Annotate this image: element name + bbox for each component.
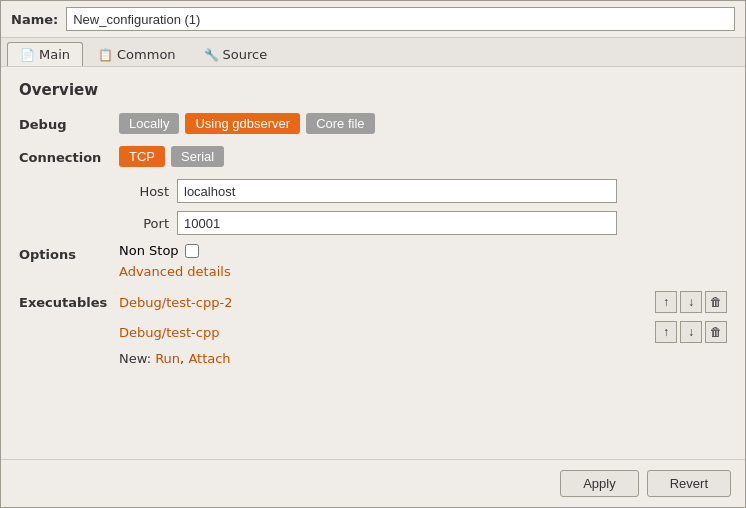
name-label: Name: xyxy=(11,12,58,27)
new-row: New: Run, Attach xyxy=(119,351,727,366)
connection-tcp-button[interactable]: TCP xyxy=(119,146,165,167)
tabs: 📄 Main 📋 Common 🔧 Source xyxy=(1,38,745,67)
executables-row: Executables Debug/test-cpp-2 ↑ ↓ xyxy=(19,291,727,366)
tab-common[interactable]: 📋 Common xyxy=(85,42,189,66)
host-input[interactable] xyxy=(177,179,617,203)
source-tab-icon: 🔧 xyxy=(204,48,219,62)
tab-common-label: Common xyxy=(117,47,176,62)
footer: Apply Revert xyxy=(1,459,745,507)
options-area: Non Stop Advanced details xyxy=(119,243,231,279)
exec-row-1: Debug/test-cpp-2 ↑ ↓ 🗑 xyxy=(119,291,727,313)
tab-main-label: Main xyxy=(39,47,70,62)
connection-controls: TCP Serial xyxy=(119,146,224,167)
connection-serial-button[interactable]: Serial xyxy=(171,146,224,167)
exec1-buttons: ↑ ↓ 🗑 xyxy=(655,291,727,313)
down-arrow-icon: ↓ xyxy=(688,295,694,309)
exec1-left: Debug/test-cpp-2 xyxy=(119,295,655,310)
name-bar: Name: xyxy=(1,1,745,38)
exec2-left: Debug/test-cpp xyxy=(119,325,655,340)
tab-source-label: Source xyxy=(223,47,268,62)
nonstop-checkbox[interactable] xyxy=(185,244,199,258)
options-label: Options xyxy=(19,243,119,262)
exec1-link[interactable]: Debug/test-cpp-2 xyxy=(119,295,232,310)
revert-button[interactable]: Revert xyxy=(647,470,731,497)
debug-row: Debug Locally Using gdbserver Core file xyxy=(19,113,727,134)
main-content: Overview Debug Locally Using gdbserver C… xyxy=(1,67,745,459)
exec1-delete-button[interactable]: 🗑 xyxy=(705,291,727,313)
section-title: Overview xyxy=(19,81,727,99)
dialog: Name: 📄 Main 📋 Common 🔧 Source Overview … xyxy=(0,0,746,508)
exec2-buttons: ↑ ↓ 🗑 xyxy=(655,321,727,343)
debug-locally-button[interactable]: Locally xyxy=(119,113,179,134)
down-arrow-icon-2: ↓ xyxy=(688,325,694,339)
delete-icon-2: 🗑 xyxy=(710,325,722,339)
executables-label: Executables xyxy=(19,291,119,310)
common-tab-icon: 📋 xyxy=(98,48,113,62)
exec-row-2: Debug/test-cpp ↑ ↓ 🗑 xyxy=(119,321,727,343)
run-link[interactable]: Run xyxy=(155,351,180,366)
up-arrow-icon: ↑ xyxy=(663,295,669,309)
new-label: New: xyxy=(119,351,151,366)
nonstop-row: Non Stop xyxy=(119,243,231,258)
exec2-link[interactable]: Debug/test-cpp xyxy=(119,325,219,340)
name-input[interactable] xyxy=(66,7,735,31)
attach-link[interactable]: Attach xyxy=(188,351,230,366)
exec1-up-button[interactable]: ↑ xyxy=(655,291,677,313)
tab-source[interactable]: 🔧 Source xyxy=(191,42,281,66)
debug-gdbserver-button[interactable]: Using gdbserver xyxy=(185,113,300,134)
port-label: Port xyxy=(119,216,169,231)
advanced-details-link[interactable]: Advanced details xyxy=(119,264,231,279)
sub-form: Host Port xyxy=(119,179,727,235)
nonstop-label: Non Stop xyxy=(119,243,179,258)
debug-corefile-button[interactable]: Core file xyxy=(306,113,374,134)
port-input[interactable] xyxy=(177,211,617,235)
host-label: Host xyxy=(119,184,169,199)
exec2-delete-button[interactable]: 🗑 xyxy=(705,321,727,343)
port-row: Port xyxy=(119,211,727,235)
exec2-up-button[interactable]: ↑ xyxy=(655,321,677,343)
exec2-down-button[interactable]: ↓ xyxy=(680,321,702,343)
debug-label: Debug xyxy=(19,113,119,132)
connection-label: Connection xyxy=(19,146,119,165)
apply-button[interactable]: Apply xyxy=(560,470,639,497)
tab-main[interactable]: 📄 Main xyxy=(7,42,83,66)
host-row: Host xyxy=(119,179,727,203)
connection-row: Connection TCP Serial xyxy=(19,146,727,167)
delete-icon: 🗑 xyxy=(710,295,722,309)
debug-controls: Locally Using gdbserver Core file xyxy=(119,113,375,134)
exec1-down-button[interactable]: ↓ xyxy=(680,291,702,313)
options-row: Options Non Stop Advanced details xyxy=(19,243,727,279)
main-tab-icon: 📄 xyxy=(20,48,35,62)
executables-area: Debug/test-cpp-2 ↑ ↓ 🗑 xyxy=(119,291,727,366)
up-arrow-icon-2: ↑ xyxy=(663,325,669,339)
